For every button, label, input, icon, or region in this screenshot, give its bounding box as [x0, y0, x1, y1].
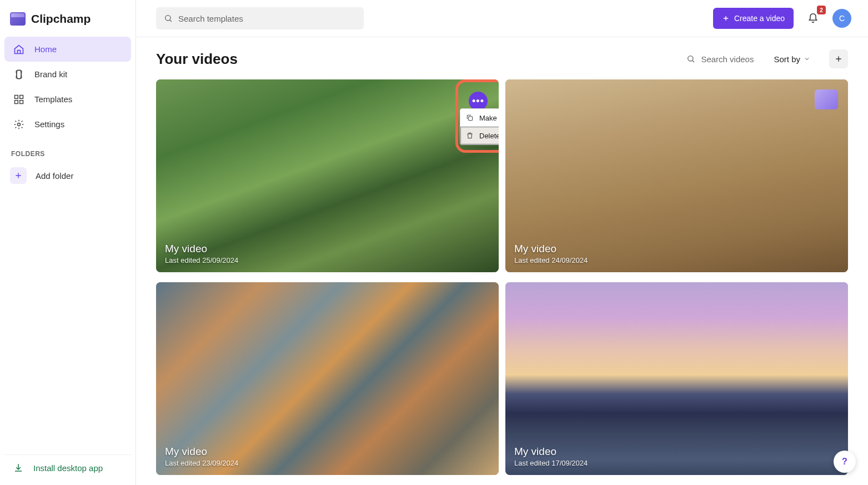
create-label: Create a video	[734, 14, 785, 23]
page-title: Your videos	[156, 51, 238, 68]
add-folder-label: Add folder	[36, 171, 73, 181]
menu-item-label: Delete	[479, 132, 499, 140]
more-icon: •••	[472, 96, 484, 106]
notifications-button[interactable]: 2	[802, 8, 824, 29]
notification-badge: 2	[817, 6, 826, 14]
video-subtitle: Last edited 23/09/2024	[165, 459, 238, 467]
svg-rect-4	[15, 100, 18, 103]
app-logo[interactable]: Clipchamp	[4, 10, 131, 37]
folders-heading: FOLDERS	[4, 137, 131, 163]
sidebar-item-label: Settings	[34, 119, 64, 129]
card-overlay: My video Last edited 23/09/2024	[165, 446, 238, 467]
new-folder-button[interactable]	[829, 49, 848, 68]
card-overlay: My video Last edited 25/09/2024	[165, 243, 238, 264]
help-button[interactable]: ?	[834, 451, 856, 473]
content: Your videos Search videos Sort by	[136, 37, 868, 485]
sidebar-item-home[interactable]: Home	[4, 37, 131, 62]
app-root: Clipchamp Home Brand kit Templates Setti…	[0, 0, 868, 485]
video-title: My video	[514, 243, 588, 255]
sort-by-dropdown[interactable]: Sort by	[768, 51, 816, 67]
video-title: My video	[514, 446, 588, 458]
copy-icon	[466, 114, 474, 122]
search-templates-input[interactable]: Search templates	[156, 7, 364, 29]
video-subtitle: Last edited 24/09/2024	[514, 256, 588, 264]
plus-icon	[10, 167, 27, 184]
card-overlay: My video Last edited 17/09/2024	[514, 446, 588, 467]
download-icon	[13, 463, 23, 473]
user-avatar[interactable]: C	[832, 9, 851, 28]
sidebar-item-label: Home	[34, 44, 57, 54]
search-icon	[686, 54, 695, 63]
bell-icon	[807, 13, 819, 24]
menu-item-label: Make a copy	[479, 114, 499, 122]
video-grid: My video Last edited 25/09/2024 •••	[156, 79, 848, 475]
search-videos-label: Search videos	[701, 54, 754, 64]
svg-point-8	[688, 56, 693, 61]
main-area: Search templates Create a video 2 C	[136, 0, 868, 485]
sidebar-item-label: Brand kit	[34, 69, 67, 79]
svg-rect-9	[469, 117, 473, 121]
svg-point-6	[18, 123, 21, 126]
search-videos-input[interactable]: Search videos	[681, 51, 759, 67]
sidebar-item-label: Templates	[34, 94, 72, 104]
search-icon	[164, 14, 173, 23]
install-desktop-app[interactable]: Install desktop app	[4, 454, 131, 481]
video-card[interactable]: My video Last edited 23/09/2024	[156, 282, 499, 475]
trash-icon	[466, 132, 474, 139]
sidebar-item-settings[interactable]: Settings	[4, 112, 131, 137]
video-title: My video	[165, 446, 238, 458]
sidebar: Clipchamp Home Brand kit Templates Setti…	[0, 0, 136, 485]
video-title: My video	[165, 243, 238, 255]
search-placeholder: Search templates	[178, 14, 243, 23]
help-icon: ?	[842, 457, 847, 467]
svg-rect-2	[15, 95, 18, 98]
clipchamp-logo-icon	[10, 12, 26, 26]
card-overlay: My video Last edited 24/09/2024	[514, 243, 588, 264]
menu-item-delete[interactable]: Delete	[460, 127, 499, 144]
video-subtitle: Last edited 25/09/2024	[165, 256, 238, 264]
home-icon	[13, 44, 24, 55]
sidebar-item-templates[interactable]: Templates	[4, 87, 131, 112]
plus-icon	[834, 54, 843, 63]
brandkit-icon	[13, 69, 24, 80]
chevron-down-icon	[804, 56, 810, 62]
app-name: Clipchamp	[31, 12, 91, 26]
svg-point-7	[165, 16, 170, 21]
video-card[interactable]: My video Last edited 25/09/2024 •••	[156, 79, 499, 272]
video-card[interactable]: My video Last edited 24/09/2024	[505, 79, 848, 272]
context-menu: Make a copy Delete	[460, 108, 499, 145]
video-card[interactable]: My video Last edited 17/09/2024	[505, 282, 848, 475]
video-subtitle: Last edited 17/09/2024	[514, 459, 588, 467]
create-video-button[interactable]: Create a video	[713, 8, 794, 29]
avatar-initial: C	[839, 14, 845, 23]
more-options-button[interactable]: •••	[469, 92, 488, 111]
sort-label: Sort by	[774, 54, 800, 64]
clipchamp-watermark-icon	[815, 89, 838, 109]
settings-icon	[13, 119, 24, 130]
plus-icon	[722, 14, 730, 22]
add-folder-button[interactable]: Add folder	[4, 163, 131, 188]
topbar: Search templates Create a video 2 C	[136, 0, 868, 37]
svg-rect-3	[20, 95, 23, 98]
heading-row: Your videos Search videos Sort by	[156, 49, 848, 68]
svg-rect-5	[20, 100, 23, 103]
templates-icon	[13, 94, 24, 105]
sidebar-item-brandkit[interactable]: Brand kit	[4, 62, 131, 87]
install-label: Install desktop app	[33, 463, 103, 473]
menu-item-make-copy[interactable]: Make a copy	[460, 109, 499, 127]
